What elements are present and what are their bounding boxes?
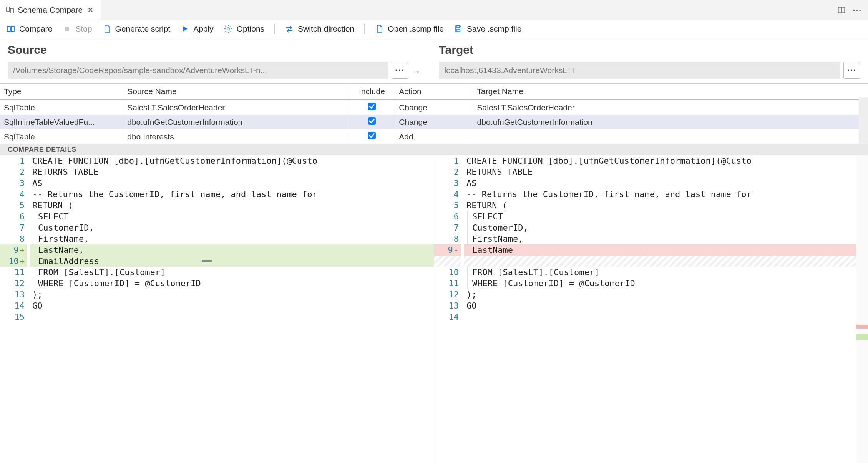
comparison-table: Type Source Name Include Action Target N… bbox=[0, 83, 868, 144]
line-number: 5 bbox=[0, 200, 27, 211]
svg-rect-6 bbox=[65, 27, 69, 31]
line-number: 14 bbox=[0, 300, 27, 311]
code-line: CREATE FUNCTION [dbo].[ufnGetCustomerInf… bbox=[464, 155, 868, 166]
toolbar-separator bbox=[364, 24, 365, 34]
tab-bar: Schema Compare ✕ ··· bbox=[0, 0, 868, 20]
split-handle[interactable] bbox=[202, 260, 212, 262]
cell-target-name bbox=[473, 129, 868, 144]
more-actions-icon[interactable]: ··· bbox=[853, 5, 862, 15]
schema-compare-icon bbox=[5, 5, 15, 15]
col-type[interactable]: Type bbox=[0, 84, 123, 100]
cell-include bbox=[349, 115, 395, 129]
cell-type: SqlTable bbox=[0, 129, 123, 144]
toolbar-separator bbox=[274, 24, 275, 34]
line-number: 8 bbox=[0, 233, 27, 244]
line-number bbox=[434, 256, 461, 267]
options-label: Options bbox=[237, 24, 264, 33]
cell-target-name: SalesLT.SalesOrderHeader bbox=[473, 100, 868, 115]
table-row[interactable]: SqlTabledbo.InterestsAdd bbox=[0, 129, 868, 144]
line-number: 2 bbox=[0, 166, 27, 178]
line-number: 15 bbox=[0, 311, 27, 322]
target-browse-button[interactable]: ··· bbox=[843, 62, 860, 79]
apply-button[interactable]: Apply bbox=[180, 24, 214, 33]
target-heading: Target bbox=[439, 43, 840, 56]
line-number: 9+ bbox=[0, 244, 27, 256]
cell-action: Add bbox=[395, 129, 473, 144]
script-icon bbox=[102, 24, 111, 33]
source-path-field[interactable]: /Volumes/Storage/CodeRepos/sample-sandbo… bbox=[8, 62, 388, 79]
play-icon bbox=[180, 24, 189, 33]
code-line: RETURN ( bbox=[464, 200, 868, 211]
table-header-row: Type Source Name Include Action Target N… bbox=[0, 84, 868, 100]
cell-target-name: dbo.ufnGetCustomerInformation bbox=[473, 115, 868, 129]
save-label: Save .scmp file bbox=[467, 24, 521, 33]
source-heading: Source bbox=[8, 43, 408, 56]
stop-button: Stop bbox=[62, 24, 92, 33]
source-column: Source /Volumes/Storage/CodeRepos/sample… bbox=[8, 43, 408, 79]
line-number: 4 bbox=[434, 189, 461, 200]
code-line: ); bbox=[30, 289, 434, 300]
close-icon[interactable]: ✕ bbox=[86, 5, 95, 15]
code-line: ); bbox=[464, 289, 868, 300]
line-number: 5 bbox=[434, 200, 461, 211]
switch-label: Switch direction bbox=[298, 24, 354, 33]
table-row[interactable]: SqlInlineTableValuedFu...dbo.ufnGetCusto… bbox=[0, 115, 868, 129]
switch-direction-button[interactable]: Switch direction bbox=[285, 24, 354, 33]
line-number: 6 bbox=[434, 211, 461, 222]
code-line: FROM [SalesLT].[Customer] bbox=[30, 267, 434, 278]
col-source-name[interactable]: Source Name bbox=[123, 84, 349, 100]
file-open-icon bbox=[375, 24, 384, 33]
target-path-field[interactable]: localhost,61433.AdventureWorksLTT bbox=[439, 62, 840, 79]
include-checkbox[interactable] bbox=[368, 117, 376, 125]
code-line: SELECT bbox=[464, 211, 868, 222]
cell-source-name: dbo.Interests bbox=[123, 129, 349, 144]
line-number: 7 bbox=[434, 222, 461, 233]
open-label: Open .scmp file bbox=[388, 24, 444, 33]
svg-rect-8 bbox=[457, 26, 460, 28]
col-action[interactable]: Action bbox=[395, 84, 473, 100]
line-number: 7 bbox=[0, 222, 27, 233]
open-scmp-button[interactable]: Open .scmp file bbox=[375, 24, 444, 33]
code-line bbox=[464, 311, 868, 322]
cell-type: SqlTable bbox=[0, 100, 123, 115]
code-line: RETURNS TABLE bbox=[464, 166, 868, 178]
line-number: 12 bbox=[0, 278, 27, 289]
table-scrollbar[interactable] bbox=[859, 97, 868, 144]
code-line: AS bbox=[30, 178, 434, 189]
col-target-name[interactable]: Target Name bbox=[473, 84, 868, 100]
line-number: 3 bbox=[434, 178, 461, 189]
diff-area: 123456789+10+1112131415 CREATE FUNCTION … bbox=[0, 155, 868, 463]
code-line: GO bbox=[30, 300, 434, 311]
include-checkbox[interactable] bbox=[368, 132, 376, 139]
line-number: 3 bbox=[0, 178, 27, 189]
direction-arrow-icon: → bbox=[408, 43, 424, 78]
table-row[interactable]: SqlTableSalesLT.SalesOrderHeaderChangeSa… bbox=[0, 100, 868, 115]
cell-source-name: SalesLT.SalesOrderHeader bbox=[123, 100, 349, 115]
line-number: 1 bbox=[0, 155, 27, 166]
split-editor-icon[interactable] bbox=[837, 6, 846, 14]
line-number: 8 bbox=[434, 233, 461, 244]
save-scmp-button[interactable]: Save .scmp file bbox=[454, 24, 521, 33]
include-checkbox[interactable] bbox=[368, 103, 376, 110]
stop-icon bbox=[62, 24, 71, 33]
line-number: 13 bbox=[434, 300, 461, 311]
apply-label: Apply bbox=[193, 24, 214, 33]
code-line: LastName bbox=[464, 244, 868, 256]
minimap[interactable] bbox=[856, 155, 868, 463]
svg-rect-1 bbox=[10, 8, 13, 13]
code-line: FirstName, bbox=[30, 233, 434, 244]
diff-pane-right[interactable]: 123456789- 1011121314 CREATE FUNCTION [d… bbox=[434, 155, 868, 463]
tab-schema-compare[interactable]: Schema Compare ✕ bbox=[0, 0, 101, 20]
options-button[interactable]: Options bbox=[224, 24, 264, 33]
generate-script-button[interactable]: Generate script bbox=[102, 24, 171, 33]
toolbar: Compare Stop Generate script Apply Optio… bbox=[0, 20, 868, 38]
col-include[interactable]: Include bbox=[349, 84, 395, 100]
source-target-panel: Source /Volumes/Storage/CodeRepos/sample… bbox=[0, 38, 868, 83]
source-browse-button[interactable]: ··· bbox=[392, 62, 408, 79]
diff-pane-left[interactable]: 123456789+10+1112131415 CREATE FUNCTION … bbox=[0, 155, 434, 463]
line-number: 6 bbox=[0, 211, 27, 222]
compare-button[interactable]: Compare bbox=[6, 24, 52, 33]
cell-action: Change bbox=[395, 100, 473, 115]
line-number: 11 bbox=[434, 278, 461, 289]
tab-title: Schema Compare bbox=[18, 5, 83, 15]
